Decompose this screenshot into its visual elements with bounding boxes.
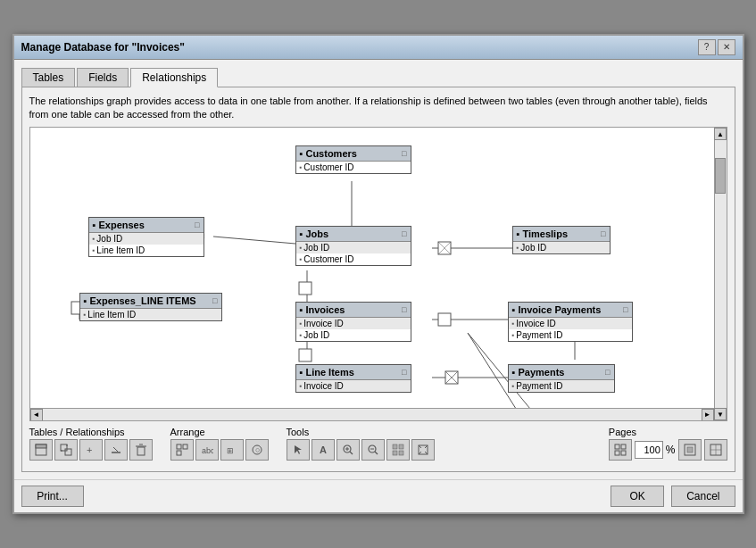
page-full-btn[interactable] — [704, 439, 727, 461]
svg-line-17 — [445, 371, 458, 384]
title-bar: Manage Database for "Invoices" ? ✕ — [14, 36, 743, 60]
zoom-percent-sign: % — [666, 444, 676, 456]
field-invoices-invoiceid: ▪Invoice ID — [296, 318, 411, 329]
add-table-btn[interactable] — [29, 439, 53, 461]
scroll-track-v[interactable] — [715, 140, 727, 408]
table-timeslips[interactable]: ▪ Timeslips □ ▪Job ID — [512, 226, 611, 254]
zoom-out-btn[interactable] — [361, 439, 385, 461]
delete-btn[interactable] — [129, 439, 153, 461]
close-button[interactable]: ✕ — [718, 39, 735, 55]
table-expenses[interactable]: ▪ Expenses □ ▪Job ID ▪Line Item ID — [88, 217, 204, 257]
svg-rect-12 — [438, 313, 451, 326]
svg-rect-34 — [177, 444, 181, 449]
svg-rect-2 — [438, 242, 451, 254]
zoom-percent-input[interactable]: 100 — [635, 441, 663, 459]
scroll-right-arrow[interactable]: ► — [702, 409, 714, 421]
svg-rect-51 — [399, 444, 403, 449]
scroll-left-arrow[interactable]: ◄ — [30, 409, 43, 421]
svg-rect-23 — [36, 444, 46, 448]
tabs: Tables Fields Relationships — [21, 67, 735, 87]
tab-relationships[interactable]: Relationships — [130, 68, 218, 87]
svg-rect-35 — [183, 444, 187, 449]
arrange-btn3[interactable]: ⊞ — [220, 439, 244, 461]
field-payments-paymentid: ▪Payment ID — [509, 380, 614, 392]
svg-rect-53 — [399, 451, 403, 455]
table-payments[interactable]: ▪ Payments □ ▪Payment ID — [508, 364, 615, 393]
pages-input-row: 100 % — [609, 439, 727, 461]
manage-database-dialog: Manage Database for "Invoices" ? ✕ Table… — [12, 34, 744, 515]
zoom-in-btn[interactable] — [336, 439, 360, 461]
table-payments-header: ▪ Payments □ — [509, 365, 614, 380]
svg-rect-31 — [137, 447, 145, 455]
field-invp-invoiceid: ▪Invoice ID — [509, 318, 632, 329]
grid-btn[interactable] — [386, 439, 410, 461]
tools-buttons: A — [287, 439, 435, 461]
add-relationship-btn[interactable]: + — [79, 439, 103, 461]
print-button[interactable]: Print... — [21, 486, 84, 507]
svg-rect-52 — [393, 451, 397, 455]
cursor-tool-btn[interactable] — [287, 439, 310, 461]
bottom-bar: Print... OK Cancel — [14, 479, 743, 512]
svg-rect-10 — [299, 282, 312, 295]
dialog-body: Tables Fields Relationships The relation… — [14, 60, 743, 480]
table-expenses-line-items[interactable]: ▪ Expenses_LINE ITEMS □ ▪Line Item ID — [79, 293, 222, 321]
text-tool-btn[interactable]: A — [312, 439, 335, 461]
tab-fields[interactable]: Fields — [77, 68, 129, 87]
table-invoice-payments[interactable]: ▪ Invoice Payments □ ▪Invoice ID ▪Paymen… — [508, 302, 633, 342]
field-expli-lineitemid: ▪Line Item ID — [80, 309, 221, 320]
svg-rect-25 — [65, 449, 71, 455]
svg-rect-64 — [687, 447, 693, 453]
arrange-btn1[interactable] — [170, 439, 194, 461]
table-jobs[interactable]: ▪ Jobs □ ▪Job ID ▪Customer ID — [295, 226, 411, 266]
help-button[interactable]: ? — [698, 39, 716, 55]
pages-label: Pages — [609, 427, 636, 437]
svg-line-44 — [350, 452, 353, 454]
svg-rect-14 — [299, 349, 312, 361]
svg-rect-59 — [615, 444, 619, 449]
scroll-track-h[interactable] — [43, 409, 702, 420]
svg-marker-41 — [295, 445, 302, 454]
table-timeslips-header: ▪ Timeslips □ — [513, 227, 610, 242]
svg-line-30 — [113, 447, 118, 452]
table-line-items-header: ▪ Line Items □ — [296, 365, 411, 380]
description-text: The relationships graph provides access … — [29, 95, 727, 122]
scroll-thumb-v[interactable] — [715, 158, 726, 194]
page-fit-btn[interactable] — [678, 439, 702, 461]
svg-rect-36 — [177, 451, 181, 455]
svg-rect-60 — [621, 444, 626, 449]
table-customers[interactable]: ▪ Customers □ ▪Customer ID — [295, 145, 411, 174]
table-invoices-header: ▪ Invoices □ — [296, 303, 411, 318]
pages-group: Pages 100 % — [609, 427, 727, 461]
svg-line-5 — [213, 237, 295, 244]
scroll-down-arrow[interactable]: ▼ — [714, 408, 727, 420]
svg-text:+: + — [87, 444, 92, 455]
arrange-btn2[interactable]: abc — [195, 439, 219, 461]
vertical-scrollbar[interactable]: ▲ ▼ — [714, 128, 727, 420]
table-invoices[interactable]: ▪ Invoices □ ▪Invoice ID ▪Job ID — [295, 302, 411, 342]
svg-line-3 — [438, 242, 451, 254]
arrange-label: Arrange — [170, 427, 205, 437]
field-customer-id: ▪Customer ID — [296, 162, 411, 173]
svg-line-4 — [438, 242, 451, 254]
add-related-table-btn[interactable] — [54, 439, 78, 461]
cancel-button[interactable]: Cancel — [671, 486, 735, 507]
table-invoice-payments-header: ▪ Invoice Payments □ — [509, 303, 632, 318]
tab-tables[interactable]: Tables — [21, 68, 76, 87]
edit-btn[interactable] — [104, 439, 128, 461]
scroll-up-arrow[interactable]: ▲ — [714, 128, 727, 140]
table-line-items[interactable]: ▪ Line Items □ ▪Invoice ID — [295, 364, 411, 393]
relationships-tab-content: The relationships graph provides access … — [21, 87, 735, 473]
svg-text:abc: abc — [202, 446, 213, 455]
svg-rect-24 — [61, 444, 67, 451]
dialog-title: Manage Database for "Invoices" — [21, 41, 185, 54]
field-jobs-jobid: ▪Job ID — [296, 242, 411, 253]
svg-rect-61 — [615, 451, 619, 455]
field-lineitems-invoiceid: ▪Invoice ID — [296, 380, 411, 392]
pages-grid-btn[interactable] — [609, 439, 632, 461]
fit-btn[interactable] — [411, 439, 435, 461]
relationships-graph[interactable]: ≡ — [29, 127, 727, 421]
svg-rect-62 — [621, 451, 626, 455]
arrange-btn4[interactable]: ○ — [245, 439, 269, 461]
horizontal-scrollbar[interactable]: ◄ ► — [30, 408, 714, 420]
ok-button[interactable]: OK — [611, 486, 664, 507]
